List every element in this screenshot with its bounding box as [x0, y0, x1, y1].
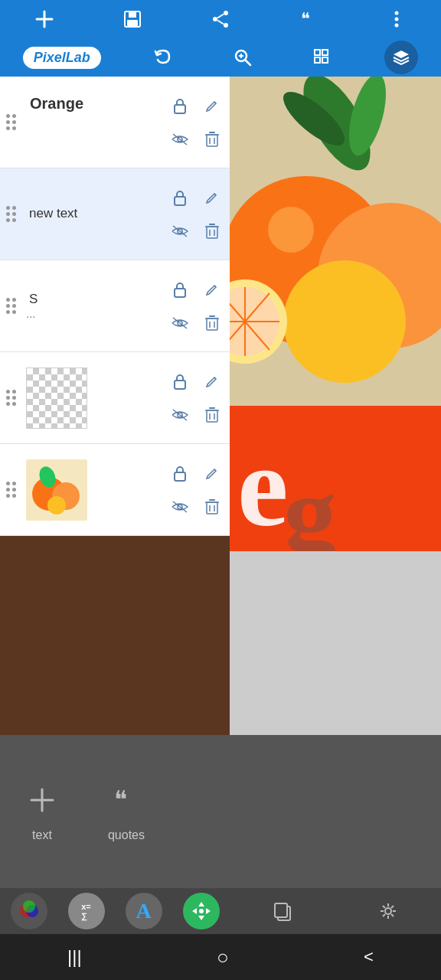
lock-icon[interactable]: [167, 93, 193, 119]
more-button[interactable]: [380, 2, 413, 36]
visibility-icon[interactable]: [167, 402, 193, 428]
top-bar-top: ❝: [0, 0, 441, 38]
add-quotes-icon: ❝: [107, 781, 145, 819]
grid-button[interactable]: [305, 41, 339, 74]
delete-icon[interactable]: [199, 494, 225, 520]
add-quotes-tool[interactable]: ❝ quotes: [107, 781, 145, 842]
svg-rect-26: [207, 135, 217, 146]
text-tool[interactable]: A: [126, 893, 162, 929]
edit-icon[interactable]: [199, 276, 225, 302]
layer-item[interactable]: new text: [0, 168, 230, 260]
bottom-nav: ||| ○ <: [0, 934, 441, 980]
layer-name-s: S: [26, 292, 164, 307]
layer-thumbnail-transparent: [26, 368, 87, 429]
canvas-orange-strip: e g: [230, 406, 441, 551]
pixellab-logo[interactable]: PixelLab: [23, 47, 101, 69]
svg-point-73: [283, 260, 406, 383]
svg-rect-18: [315, 50, 320, 55]
save-button[interactable]: [116, 2, 149, 36]
layers-panel-footer: [0, 536, 230, 735]
drag-handle[interactable]: [5, 387, 20, 409]
svg-marker-88: [198, 916, 204, 920]
layer-name-area: S ...: [23, 292, 164, 320]
drag-handle[interactable]: [5, 479, 20, 501]
nav-home[interactable]: ○: [217, 946, 229, 969]
edit-icon[interactable]: [199, 185, 225, 211]
color-tools-row: x=∑ A: [0, 888, 230, 934]
layer-item[interactable]: [0, 444, 230, 536]
canvas-text-g: g: [283, 459, 337, 551]
svg-rect-23: [175, 105, 185, 113]
svg-rect-3: [129, 11, 136, 18]
quote-button[interactable]: ❝: [292, 2, 325, 36]
layer-name-area: new text: [23, 206, 164, 221]
move-tool[interactable]: [183, 893, 220, 929]
layer-actions: [167, 368, 225, 428]
drag-handle[interactable]: [5, 111, 20, 133]
right-tools-row: [230, 888, 441, 934]
svg-marker-22: [394, 51, 409, 58]
layer-item[interactable]: Orange: [0, 77, 230, 168]
svg-rect-4: [127, 20, 138, 26]
lock-icon[interactable]: [167, 460, 193, 486]
layer-actions: [167, 276, 225, 336]
canvas-text-e: e: [237, 429, 289, 544]
svg-rect-63: [207, 502, 217, 514]
add-button[interactable]: [28, 2, 61, 36]
layer-name-sub: ...: [26, 307, 164, 320]
delete-icon[interactable]: [199, 402, 225, 428]
svg-line-49: [173, 410, 187, 420]
add-text-label: text: [32, 828, 52, 842]
edit-icon[interactable]: [199, 93, 225, 119]
layer-actions: [167, 185, 225, 244]
svg-point-13: [395, 24, 399, 28]
nav-back[interactable]: <: [364, 947, 374, 967]
drag-handle[interactable]: [5, 295, 20, 317]
svg-point-59: [47, 496, 66, 514]
layer-item[interactable]: [0, 352, 230, 444]
svg-point-12: [395, 18, 399, 21]
layers-button[interactable]: [384, 41, 418, 74]
delete-icon[interactable]: [199, 310, 225, 336]
svg-marker-89: [192, 908, 197, 914]
svg-marker-87: [198, 902, 204, 906]
share-button[interactable]: [204, 2, 237, 36]
canvas-area: e g: [230, 77, 441, 735]
layer-item[interactable]: S ...: [0, 260, 230, 352]
delete-icon[interactable]: [199, 126, 225, 152]
visibility-icon[interactable]: [167, 494, 193, 520]
svg-point-7: [224, 23, 228, 28]
layer-thumbnail: Orange: [26, 92, 87, 153]
svg-rect-50: [207, 410, 217, 422]
zoom-button[interactable]: [226, 41, 260, 74]
drag-handle[interactable]: [5, 203, 20, 225]
lock-icon[interactable]: [167, 276, 193, 302]
calculator-tool[interactable]: x=∑: [68, 893, 105, 929]
add-text-icon: [23, 781, 61, 819]
svg-text:❝: ❝: [114, 786, 127, 813]
nav-menu[interactable]: |||: [67, 946, 82, 968]
svg-line-98: [383, 906, 385, 908]
visibility-icon[interactable]: [167, 310, 193, 336]
layer-thumbnail-image: [26, 459, 87, 521]
visibility-icon[interactable]: [167, 218, 193, 244]
svg-rect-21: [322, 57, 328, 63]
edit-icon[interactable]: [199, 460, 225, 486]
delete-icon[interactable]: [199, 218, 225, 244]
undo-button[interactable]: [146, 41, 180, 74]
edit-icon[interactable]: [199, 368, 225, 394]
nav-menu-icon: |||: [67, 946, 82, 968]
add-text-tool[interactable]: text: [23, 781, 61, 842]
blend-tool[interactable]: [11, 893, 47, 929]
svg-line-101: [383, 914, 385, 916]
visibility-icon[interactable]: [167, 126, 193, 152]
svg-line-62: [173, 501, 187, 512]
magic-tool[interactable]: [370, 893, 407, 929]
svg-point-102: [385, 908, 391, 914]
lock-icon[interactable]: [167, 185, 193, 211]
copy-tool[interactable]: [264, 893, 301, 929]
svg-point-5: [224, 11, 228, 15]
bottom-tools-area: text ❝ quotes: [0, 735, 230, 888]
svg-line-100: [391, 906, 394, 908]
lock-icon[interactable]: [167, 368, 193, 394]
